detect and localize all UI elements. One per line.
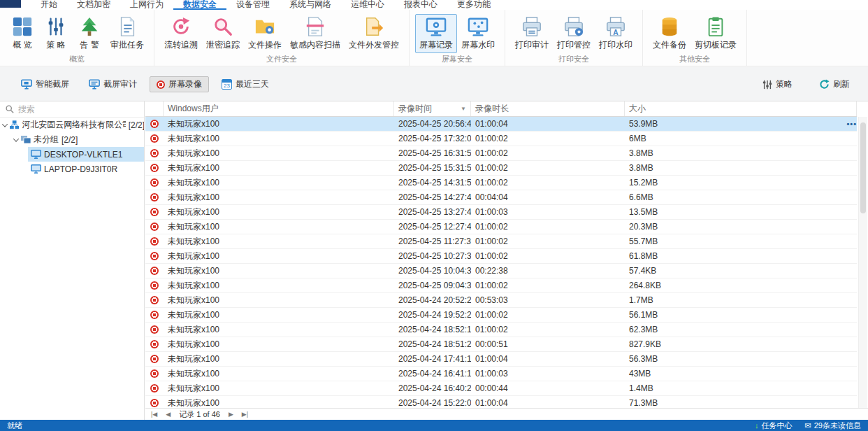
smart-screenshot-button[interactable]: 智能截屏 — [14, 76, 76, 92]
table-row[interactable]: 未知玩家x100 2025-04-24 19:52:23 01:00:02 56… — [145, 308, 857, 323]
clipboard-record-button[interactable]: 剪切板记录 — [690, 14, 741, 53]
ribbon-tab[interactable]: 系统与网络 — [280, 0, 341, 10]
table-row[interactable]: 未知玩家x100 2025-04-25 16:31:58 01:00:02 3.… — [145, 146, 857, 161]
cell-windows-user: 未知玩家x100 — [164, 397, 394, 409]
record-icon — [150, 252, 159, 260]
cell-windows-user: 未知玩家x100 — [164, 383, 394, 395]
last-three-days-button[interactable]: 23 最近三天 — [215, 76, 276, 92]
tree-item-company[interactable]: 河北安固云网络科技有限公司 [2/2] — [0, 118, 144, 132]
screen-recording-button[interactable]: 屏幕录像 — [150, 76, 209, 92]
table-row[interactable]: 未知玩家x100 2025-04-25 20:56:49 01:00:04 53… — [145, 117, 857, 132]
ribbon-tab[interactable]: 上网行为 — [120, 0, 173, 10]
unread-messages-button[interactable]: ✉ 29条未读信息 — [805, 421, 861, 431]
flow-trace-button[interactable]: 流转追溯 — [160, 14, 202, 53]
ribbon-tab[interactable]: 设备管理 — [226, 0, 280, 10]
ribbon-tab[interactable]: 更多功能 — [447, 0, 500, 10]
computer-icon — [31, 164, 41, 174]
sort-desc-icon[interactable]: ▼ — [461, 106, 466, 112]
cell-windows-user: 未知玩家x100 — [164, 265, 394, 277]
chevron-down-icon[interactable] — [13, 136, 19, 141]
print-audit-button[interactable]: 打印审计 — [511, 14, 553, 53]
more-actions-icon[interactable]: ••• — [841, 120, 857, 128]
scrollbar-thumb[interactable] — [860, 122, 866, 213]
task-center-button[interactable]: ↓ 任务中心 — [755, 421, 793, 431]
screenshot-audit-button[interactable]: 截屏审计 — [82, 76, 144, 92]
ribbon-tab[interactable]: 文档加密 — [67, 0, 120, 10]
cell-windows-user: 未知玩家x100 — [164, 339, 394, 351]
table-body: 未知玩家x100 2025-04-25 20:56:49 01:00:04 53… — [145, 117, 857, 408]
ribbon-tab[interactable]: 报表中心 — [394, 0, 447, 10]
table-row[interactable]: 未知玩家x100 2025-04-25 09:04:31 01:00:02 26… — [145, 278, 857, 293]
cell-windows-user: 未知玩家x100 — [164, 236, 394, 248]
computer-icon — [31, 150, 41, 159]
file-operations-button[interactable]: 文件操作 — [244, 14, 286, 53]
file-backup-button[interactable]: 文件备份 — [649, 14, 690, 53]
screenshot-monitor-icon — [21, 79, 32, 90]
table-row[interactable]: 未知玩家x100 2025-04-24 20:52:26 00:53:03 1.… — [145, 293, 857, 308]
app-menu-button[interactable] — [0, 0, 21, 8]
table-row[interactable]: 未知玩家x100 2025-04-25 13:27:44 01:00:03 13… — [145, 205, 857, 220]
cell-size: 1.7MB — [625, 295, 841, 305]
tree-item-laptop-d9j3it0r[interactable]: LAPTOP-D9J3IT0R — [0, 162, 144, 176]
cell-windows-user: 未知玩家x100 — [164, 353, 394, 365]
table-row[interactable]: 未知玩家x100 2025-04-24 17:41:13 01:00:04 56… — [145, 352, 857, 367]
screen-watermark-button[interactable]: 屏幕水印 — [457, 14, 499, 53]
chevron-down-icon[interactable] — [2, 121, 8, 127]
column-header-duration[interactable]: 录像时长 — [471, 101, 625, 116]
cell-record-time: 2025-04-24 17:41:13 — [394, 354, 471, 364]
tab-bar: 开始 文档加密 上网行为 数据安全 设备管理 系统与网络 运维中心 报表中心 更… — [0, 0, 868, 10]
tree-item-desktop-vlktle1[interactable]: DESKTOP-VLKTLE1 — [0, 147, 144, 162]
table-row[interactable]: 未知玩家x100 2025-04-25 10:04:33 00:22:38 57… — [145, 264, 857, 278]
column-header-record-time[interactable]: 录像时间▼ — [394, 101, 471, 116]
table-row[interactable]: 未知玩家x100 2025-04-24 18:51:27 00:00:51 82… — [145, 337, 857, 352]
column-header-icon[interactable] — [145, 101, 164, 116]
policy-button[interactable]: 策 略 — [39, 14, 73, 53]
search-input[interactable] — [18, 104, 130, 114]
column-header-size[interactable]: 大小 — [625, 101, 857, 116]
record-icon — [150, 281, 159, 290]
first-page-button[interactable]: |◀ — [151, 411, 157, 418]
table-row[interactable]: 未知玩家x100 2025-04-25 12:27:41 01:00:02 20… — [145, 220, 857, 234]
table-row[interactable]: 未知玩家x100 2025-04-24 18:52:19 01:00:02 62… — [145, 323, 857, 337]
cell-size: 6.6MB — [625, 192, 841, 202]
sensitive-scan-button[interactable]: 敏感内容扫描 — [286, 14, 345, 53]
screen-record-button[interactable]: 屏幕记录 — [415, 14, 457, 53]
table-row[interactable]: 未知玩家x100 2025-04-24 16:40:25 00:00:44 1.… — [145, 381, 857, 396]
overview-button[interactable]: 概 览 — [6, 14, 39, 53]
cell-duration: 00:00:44 — [471, 383, 625, 393]
ribbon-tab[interactable]: 数据安全 — [173, 0, 226, 10]
table-row[interactable]: 未知玩家x100 2025-04-25 14:27:48 00:04:04 6.… — [145, 190, 857, 205]
table-row[interactable]: 未知玩家x100 2025-04-24 15:22:06 01:00:04 71… — [145, 396, 857, 408]
leak-track-button[interactable]: 泄密追踪 — [202, 14, 244, 53]
record-icon — [150, 267, 159, 275]
table-row[interactable]: 未知玩家x100 2025-04-25 14:31:52 01:00:02 15… — [145, 176, 857, 190]
tree-item-ungrouped[interactable]: 未分组 [2/2] — [0, 132, 144, 147]
table-header: Windows用户 录像时间▼ 录像时长 大小 — [145, 101, 857, 117]
approval-tasks-button[interactable]: 审批任务 — [106, 14, 148, 53]
table-row[interactable]: 未知玩家x100 2025-04-25 15:31:55 01:00:02 3.… — [145, 161, 857, 176]
print-control-button[interactable]: 打印管控 — [553, 14, 595, 53]
cell-windows-user: 未知玩家x100 — [164, 250, 394, 262]
cell-size: 43MB — [625, 369, 841, 379]
table-row[interactable]: 未知玩家x100 2025-04-25 11:27:39 01:00:02 55… — [145, 234, 857, 249]
alert-button[interactable]: 告 警 — [73, 14, 106, 53]
cell-record-time: 2025-04-25 20:56:49 — [394, 119, 471, 129]
cell-duration: 01:00:02 — [471, 178, 625, 188]
ribbon-tab[interactable]: 运维中心 — [341, 0, 394, 10]
last-page-button[interactable]: ▶| — [242, 411, 248, 418]
prev-page-button[interactable]: ◀ — [166, 411, 171, 418]
print-watermark-button[interactable]: A 打印水印 — [595, 14, 637, 53]
next-page-button[interactable]: ▶ — [229, 411, 233, 418]
column-header-windows-user[interactable]: Windows用户 — [164, 101, 394, 116]
file-outgoing-button[interactable]: 文件外发管控 — [345, 14, 403, 53]
vertical-scrollbar[interactable] — [858, 117, 867, 408]
leak-track-icon — [212, 16, 233, 37]
table-row[interactable]: 未知玩家x100 2025-04-25 17:32:01 01:00:02 6M… — [145, 132, 857, 146]
cell-windows-user: 未知玩家x100 — [164, 192, 394, 204]
table-row[interactable]: 未知玩家x100 2025-04-25 10:27:36 01:00:02 61… — [145, 249, 857, 264]
table-row[interactable]: 未知玩家x100 2025-04-24 16:41:10 01:00:03 43… — [145, 367, 857, 381]
ribbon-tab[interactable]: 开始 — [31, 0, 67, 10]
cell-duration: 01:00:02 — [471, 310, 625, 320]
strategy-button[interactable]: 策略 — [755, 76, 800, 92]
refresh-button[interactable]: 刷新 — [812, 76, 857, 92]
